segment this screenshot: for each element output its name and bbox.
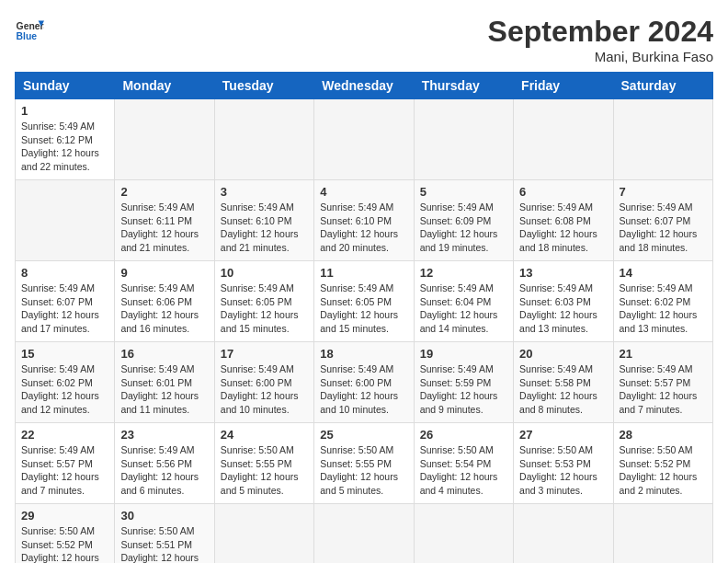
- day-number: 17: [221, 347, 308, 361]
- day-number: 16: [120, 347, 208, 361]
- day-info: Sunrise: 5:50 AMSunset: 5:53 PMDaylight:…: [519, 443, 607, 498]
- day-info: Sunrise: 5:49 AMSunset: 6:01 PMDaylight:…: [120, 362, 208, 417]
- day-number: 4: [320, 185, 407, 199]
- calendar-day: 23Sunrise: 5:49 AMSunset: 5:56 PMDayligh…: [115, 423, 214, 504]
- calendar-day: [414, 504, 513, 564]
- day-number: 2: [120, 185, 208, 199]
- calendar-day: 27Sunrise: 5:50 AMSunset: 5:53 PMDayligh…: [514, 423, 613, 504]
- day-number: 6: [519, 185, 607, 199]
- day-info: Sunrise: 5:50 AMSunset: 5:51 PMDaylight:…: [120, 524, 208, 563]
- header-saturday: Saturday: [613, 73, 712, 99]
- day-info: Sunrise: 5:49 AMSunset: 6:00 PMDaylight:…: [320, 362, 407, 417]
- calendar-day: 9Sunrise: 5:49 AMSunset: 6:06 PMDaylight…: [115, 261, 214, 342]
- day-number: 30: [120, 509, 208, 523]
- calendar-day: 22Sunrise: 5:49 AMSunset: 5:57 PMDayligh…: [16, 423, 115, 504]
- calendar-day: 11Sunrise: 5:49 AMSunset: 6:05 PMDayligh…: [314, 261, 414, 342]
- calendar-day: 21Sunrise: 5:49 AMSunset: 5:57 PMDayligh…: [613, 342, 712, 423]
- day-number: 3: [221, 185, 308, 199]
- day-number: 28: [620, 428, 707, 442]
- day-number: 24: [221, 428, 308, 442]
- weekday-header-row: Sunday Monday Tuesday Wednesday Thursday…: [16, 73, 713, 99]
- calendar-day: [314, 99, 414, 180]
- day-info: Sunrise: 5:49 AMSunset: 6:05 PMDaylight:…: [320, 282, 407, 336]
- day-info: Sunrise: 5:49 AMSunset: 6:03 PMDaylight:…: [519, 282, 607, 336]
- week-row: 2Sunrise: 5:49 AMSunset: 6:11 PMDaylight…: [16, 180, 713, 261]
- calendar-day: [16, 180, 115, 261]
- calendar-day: 28Sunrise: 5:50 AMSunset: 5:52 PMDayligh…: [613, 423, 712, 504]
- calendar-day: [613, 504, 712, 564]
- calendar-day: 30Sunrise: 5:50 AMSunset: 5:51 PMDayligh…: [115, 504, 214, 564]
- day-number: 22: [21, 428, 108, 442]
- day-info: Sunrise: 5:49 AMSunset: 5:59 PMDaylight:…: [420, 362, 507, 417]
- week-row: 29Sunrise: 5:50 AMSunset: 5:52 PMDayligh…: [16, 504, 713, 564]
- header-tuesday: Tuesday: [214, 73, 313, 99]
- day-info: Sunrise: 5:49 AMSunset: 6:09 PMDaylight:…: [420, 201, 507, 255]
- location-subtitle: Mani, Burkina Faso: [488, 49, 713, 64]
- calendar-day: 14Sunrise: 5:49 AMSunset: 6:02 PMDayligh…: [613, 261, 712, 342]
- calendar-day: [414, 99, 513, 180]
- day-number: 29: [21, 509, 108, 523]
- calendar-day: [115, 99, 214, 180]
- day-number: 26: [420, 428, 507, 442]
- calendar-day: 12Sunrise: 5:49 AMSunset: 6:04 PMDayligh…: [414, 261, 513, 342]
- header-sunday: Sunday: [16, 73, 115, 99]
- day-info: Sunrise: 5:50 AMSunset: 5:52 PMDaylight:…: [21, 524, 108, 563]
- day-number: 1: [21, 104, 108, 118]
- day-info: Sunrise: 5:49 AMSunset: 6:07 PMDaylight:…: [620, 201, 707, 255]
- calendar-day: 26Sunrise: 5:50 AMSunset: 5:54 PMDayligh…: [414, 423, 513, 504]
- day-number: 7: [620, 185, 707, 199]
- calendar-day: [514, 504, 613, 564]
- calendar-day: 19Sunrise: 5:49 AMSunset: 5:59 PMDayligh…: [414, 342, 513, 423]
- day-info: Sunrise: 5:49 AMSunset: 6:11 PMDaylight:…: [120, 201, 208, 255]
- day-number: 14: [620, 266, 707, 280]
- header-friday: Friday: [514, 73, 613, 99]
- day-info: Sunrise: 5:49 AMSunset: 6:08 PMDaylight:…: [519, 201, 607, 255]
- calendar-day: 3Sunrise: 5:49 AMSunset: 6:10 PMDaylight…: [214, 180, 313, 261]
- day-info: Sunrise: 5:49 AMSunset: 6:06 PMDaylight:…: [120, 282, 208, 336]
- day-number: 18: [320, 347, 407, 361]
- day-info: Sunrise: 5:49 AMSunset: 5:58 PMDaylight:…: [519, 362, 607, 417]
- day-number: 13: [519, 266, 607, 280]
- day-info: Sunrise: 5:49 AMSunset: 5:57 PMDaylight:…: [620, 362, 707, 417]
- calendar-day: 18Sunrise: 5:49 AMSunset: 6:00 PMDayligh…: [314, 342, 414, 423]
- day-number: 23: [120, 428, 208, 442]
- day-info: Sunrise: 5:49 AMSunset: 6:05 PMDaylight:…: [221, 282, 308, 336]
- day-info: Sunrise: 5:49 AMSunset: 5:57 PMDaylight:…: [21, 443, 108, 498]
- week-row: 1Sunrise: 5:49 AMSunset: 6:12 PMDaylight…: [16, 99, 713, 180]
- title-area: September 2024 Mani, Burkina Faso: [488, 15, 713, 64]
- calendar-day: 5Sunrise: 5:49 AMSunset: 6:09 PMDaylight…: [414, 180, 513, 261]
- week-row: 8Sunrise: 5:49 AMSunset: 6:07 PMDaylight…: [16, 261, 713, 342]
- day-info: Sunrise: 5:49 AMSunset: 6:10 PMDaylight:…: [221, 201, 308, 255]
- calendar-day: 29Sunrise: 5:50 AMSunset: 5:52 PMDayligh…: [16, 504, 115, 564]
- calendar-day: [214, 504, 313, 564]
- calendar-day: 15Sunrise: 5:49 AMSunset: 6:02 PMDayligh…: [16, 342, 115, 423]
- calendar-day: [613, 99, 712, 180]
- day-info: Sunrise: 5:49 AMSunset: 5:56 PMDaylight:…: [120, 443, 208, 498]
- day-number: 20: [519, 347, 607, 361]
- day-number: 25: [320, 428, 407, 442]
- calendar-day: [314, 504, 414, 564]
- day-number: 12: [420, 266, 507, 280]
- day-info: Sunrise: 5:49 AMSunset: 6:00 PMDaylight:…: [221, 362, 308, 417]
- header-wednesday: Wednesday: [314, 73, 414, 99]
- logo-icon: General Blue: [15, 15, 44, 44]
- day-info: Sunrise: 5:49 AMSunset: 6:02 PMDaylight:…: [21, 362, 108, 417]
- day-info: Sunrise: 5:50 AMSunset: 5:54 PMDaylight:…: [420, 443, 507, 498]
- calendar-day: 20Sunrise: 5:49 AMSunset: 5:58 PMDayligh…: [514, 342, 613, 423]
- calendar-day: 2Sunrise: 5:49 AMSunset: 6:11 PMDaylight…: [115, 180, 214, 261]
- day-number: 15: [21, 347, 108, 361]
- day-number: 9: [120, 266, 208, 280]
- day-number: 19: [420, 347, 507, 361]
- day-info: Sunrise: 5:49 AMSunset: 6:12 PMDaylight:…: [21, 120, 108, 174]
- calendar-day: 7Sunrise: 5:49 AMSunset: 6:07 PMDaylight…: [613, 180, 712, 261]
- day-info: Sunrise: 5:50 AMSunset: 5:52 PMDaylight:…: [620, 443, 707, 498]
- calendar-day: 24Sunrise: 5:50 AMSunset: 5:55 PMDayligh…: [214, 423, 313, 504]
- calendar-day: 10Sunrise: 5:49 AMSunset: 6:05 PMDayligh…: [214, 261, 313, 342]
- day-number: 27: [519, 428, 607, 442]
- week-row: 22Sunrise: 5:49 AMSunset: 5:57 PMDayligh…: [16, 423, 713, 504]
- day-info: Sunrise: 5:49 AMSunset: 6:07 PMDaylight:…: [21, 282, 108, 336]
- day-info: Sunrise: 5:49 AMSunset: 6:04 PMDaylight:…: [420, 282, 507, 336]
- day-number: 21: [620, 347, 707, 361]
- calendar-day: [214, 99, 313, 180]
- day-number: 11: [320, 266, 407, 280]
